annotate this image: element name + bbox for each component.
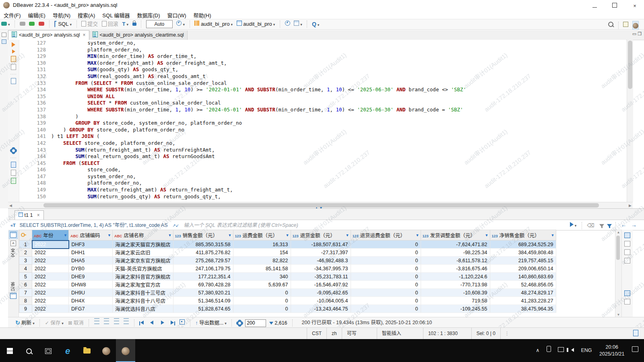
- sql-editor-button[interactable]: ⎡ SQL▾: [54, 20, 72, 28]
- column-header[interactable]: ABC年份▼: [32, 230, 69, 241]
- table-cell[interactable]: 0: [351, 249, 421, 257]
- explain-plan-icon[interactable]: [11, 64, 16, 70]
- table-cell[interactable]: 0: [351, 281, 421, 289]
- table-cell[interactable]: 海澜之家天猫官方旗舰店: [113, 241, 173, 249]
- table-cell[interactable]: 0: [233, 297, 291, 305]
- last-row-button[interactable]: [171, 318, 175, 328]
- notification-doc-icon[interactable]: [633, 330, 638, 336]
- goto-row-icon[interactable]: [180, 318, 185, 328]
- close-button[interactable]: ×: [625, 1, 644, 11]
- table-cell[interactable]: 海澜之家抖音十八号店: [113, 297, 173, 305]
- table-cell[interactable]: DYB0: [69, 265, 113, 273]
- table-cell[interactable]: 2022: [32, 281, 69, 289]
- export-data-button[interactable]: ↑ 导出数据...▾: [195, 318, 227, 329]
- table-cell[interactable]: 275,268,729.57: [173, 257, 233, 265]
- row-number[interactable]: 2: [19, 249, 32, 257]
- table-cell[interactable]: 384,459,808.48: [490, 249, 556, 257]
- code-line[interactable]: 142 SELECT store_code, platform_order_no…: [19, 140, 626, 147]
- text-view-icon[interactable]: A: [10, 241, 16, 246]
- code-line[interactable]: 141) t1 LEFT JOIN (: [19, 133, 626, 140]
- table-cell[interactable]: -34,367,995.73: [291, 265, 351, 273]
- code-line[interactable]: 136 SELECT * FROM custom_online_sale_ord…: [19, 100, 626, 107]
- file-explorer-icon[interactable]: [77, 339, 97, 362]
- column-filter-icon[interactable]: ▼: [416, 233, 419, 237]
- table-cell[interactable]: 154: [233, 249, 291, 257]
- table-cell[interactable]: 海澜之家抖音十三号店: [113, 289, 173, 297]
- table-cell[interactable]: 51,346,514.09: [173, 297, 233, 305]
- table-cell[interactable]: 2022: [32, 297, 69, 305]
- record-view-icon[interactable]: [10, 293, 17, 299]
- usb-tray-icon[interactable]: [547, 339, 551, 362]
- row-number[interactable]: 5: [19, 273, 32, 281]
- restore-panel-icon[interactable]: [2, 33, 6, 37]
- code-line[interactable]: 130 MAX(order_freight_amt) AS order_frei…: [19, 60, 626, 67]
- disconnect-icon[interactable]: [39, 20, 44, 28]
- editor-tab[interactable]: <audit_bi_pro> analysis_cleartime.sql: [89, 31, 188, 40]
- reconnect-icon[interactable]: [29, 20, 35, 28]
- table-cell[interactable]: 48,274,829.17: [490, 289, 556, 297]
- table-cell[interactable]: -188,507,631.47: [291, 241, 351, 249]
- table-cell[interactable]: 340: [233, 273, 291, 281]
- table-cell[interactable]: 885,350,315.58: [173, 241, 233, 249]
- table-cell[interactable]: 海澜之家云店旧: [113, 249, 173, 257]
- table-cell[interactable]: DHA5: [69, 257, 113, 265]
- code-line[interactable]: 147 system_order_no,: [19, 173, 626, 180]
- taskbar-search-icon[interactable]: [19, 339, 39, 362]
- code-line[interactable]: 146 store_code,: [19, 167, 626, 173]
- dbeaver-taskbar-icon[interactable]: [97, 339, 116, 362]
- column-filter-icon[interactable]: ▼: [485, 233, 489, 237]
- schema-selector[interactable]: audit_bi_pro▾: [237, 20, 275, 28]
- execute-statement-icon[interactable]: [12, 42, 15, 47]
- table-cell[interactable]: 219,757,485.15: [490, 257, 556, 265]
- caret-position[interactable]: 102 : 1 : 3830: [423, 328, 472, 339]
- column-header[interactable]: 123发货调整金额（元）▼: [421, 230, 490, 241]
- execution-plan-icon[interactable]: ▾: [294, 20, 302, 28]
- table-cell[interactable]: 69,780,428.28: [173, 281, 233, 289]
- fetch-size-input[interactable]: [245, 319, 266, 327]
- table-cell[interactable]: -16,546,497.92: [291, 281, 351, 289]
- apply-filter-icon[interactable]: ▾: [570, 220, 577, 231]
- editor-tab[interactable]: <audit_bi_pro> analysis.sql×: [8, 30, 89, 40]
- table-cell[interactable]: -35,231,783.11: [291, 273, 351, 281]
- record-view-toggle[interactable]: 记录: [10, 282, 17, 291]
- row-number[interactable]: 9: [19, 305, 32, 313]
- clear-filter-icon[interactable]: ⌫: [587, 220, 594, 230]
- code-line[interactable]: 127 system_order_no,: [19, 40, 626, 47]
- menu-item[interactable]: SQL 编辑器: [99, 10, 133, 20]
- clock[interactable]: 20:062025/10/21: [599, 344, 625, 358]
- table-cell[interactable]: 5,639.67: [233, 281, 291, 289]
- table-cell[interactable]: 2022: [32, 249, 69, 257]
- new-connection-button[interactable]: ▾: [1, 20, 10, 28]
- table-cell[interactable]: 海澜之家京东官方旗舰店: [113, 257, 173, 265]
- value-panel-icon[interactable]: [624, 232, 630, 238]
- tx-history-icon[interactable]: ▾: [176, 20, 185, 28]
- search-menu-icon[interactable]: Q▾: [312, 20, 319, 28]
- table-cell[interactable]: DHF3: [69, 241, 113, 249]
- volume-tray-icon[interactable]: [571, 339, 574, 362]
- nav-forward-icon[interactable]: →: [631, 222, 637, 228]
- table-cell[interactable]: -770,713.98: [421, 281, 490, 289]
- search-icon[interactable]: [608, 21, 613, 29]
- code-line[interactable]: 143 SUM(return_freight_amt_t) AS returnF…: [19, 147, 626, 154]
- output-panel-icon[interactable]: [11, 78, 16, 84]
- table-cell[interactable]: 0: [351, 241, 421, 249]
- column-filter-icon[interactable]: ▼: [551, 233, 555, 237]
- code-line[interactable]: 140 ) GROUP BY store_code, platform_orde…: [19, 127, 626, 134]
- column-header[interactable]: ABC店铺编码▼: [69, 230, 113, 241]
- nav-back-icon[interactable]: ←: [621, 222, 626, 228]
- code-line[interactable]: 150 SUM(return_goods_qty) AS return_good…: [19, 193, 626, 200]
- refresh-button[interactable]: ↻ 刷新▾: [15, 317, 35, 329]
- first-row-button[interactable]: [139, 318, 144, 328]
- sql-code-editor[interactable]: 127 system_order_no,128 platform_order_n…: [19, 40, 626, 202]
- input-language-indicator[interactable]: ENG: [581, 339, 592, 362]
- task-view-icon[interactable]: [39, 339, 58, 362]
- row-number[interactable]: 4: [19, 265, 32, 273]
- table-cell[interactable]: 海澜之家淘宝官方店: [113, 281, 173, 289]
- code-line[interactable]: 138 ): [19, 113, 626, 120]
- table-cell[interactable]: 0: [351, 297, 421, 305]
- table-cell[interactable]: 719.58: [421, 297, 490, 305]
- table-cell[interactable]: 38,475,964.35: [490, 305, 556, 313]
- action-center-icon[interactable]: [632, 339, 638, 362]
- ie-icon[interactable]: e: [58, 339, 77, 362]
- menu-item[interactable]: 文件(F): [0, 10, 25, 20]
